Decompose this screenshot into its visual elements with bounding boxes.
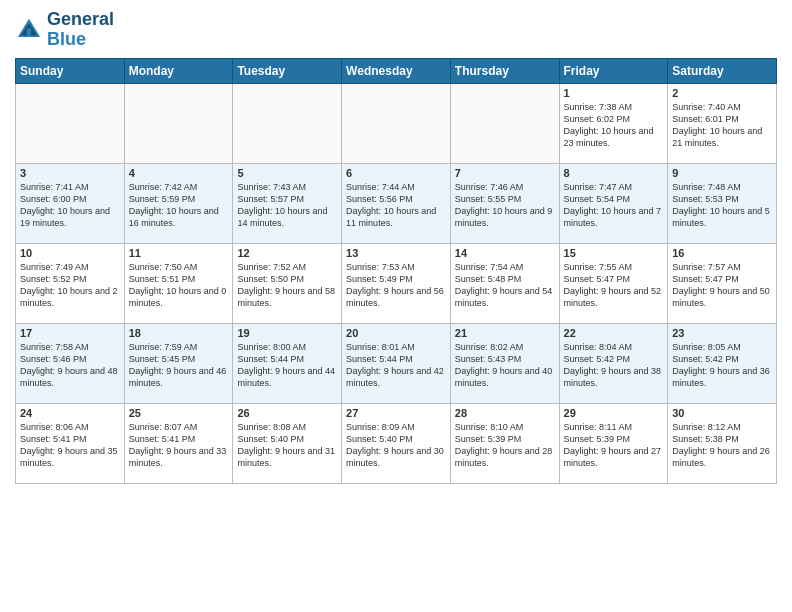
day-number: 26	[237, 407, 337, 419]
day-number: 1	[564, 87, 664, 99]
day-number: 3	[20, 167, 120, 179]
day-number: 6	[346, 167, 446, 179]
header-day-tuesday: Tuesday	[233, 58, 342, 83]
day-number: 24	[20, 407, 120, 419]
day-number: 16	[672, 247, 772, 259]
day-info: Sunrise: 7:40 AM Sunset: 6:01 PM Dayligh…	[672, 101, 772, 150]
logo-text: GeneralBlue	[47, 10, 114, 50]
day-info: Sunrise: 8:09 AM Sunset: 5:40 PM Dayligh…	[346, 421, 446, 470]
day-info: Sunrise: 8:12 AM Sunset: 5:38 PM Dayligh…	[672, 421, 772, 470]
day-number: 2	[672, 87, 772, 99]
header-day-saturday: Saturday	[668, 58, 777, 83]
calendar-cell: 9Sunrise: 7:48 AM Sunset: 5:53 PM Daylig…	[668, 163, 777, 243]
day-info: Sunrise: 7:57 AM Sunset: 5:47 PM Dayligh…	[672, 261, 772, 310]
calendar-week-2: 3Sunrise: 7:41 AM Sunset: 6:00 PM Daylig…	[16, 163, 777, 243]
day-info: Sunrise: 8:05 AM Sunset: 5:42 PM Dayligh…	[672, 341, 772, 390]
day-info: Sunrise: 7:41 AM Sunset: 6:00 PM Dayligh…	[20, 181, 120, 230]
calendar-cell: 3Sunrise: 7:41 AM Sunset: 6:00 PM Daylig…	[16, 163, 125, 243]
header-row: SundayMondayTuesdayWednesdayThursdayFrid…	[16, 58, 777, 83]
day-info: Sunrise: 8:11 AM Sunset: 5:39 PM Dayligh…	[564, 421, 664, 470]
day-number: 15	[564, 247, 664, 259]
calendar-week-3: 10Sunrise: 7:49 AM Sunset: 5:52 PM Dayli…	[16, 243, 777, 323]
page-header: GeneralBlue	[15, 10, 777, 50]
calendar-week-4: 17Sunrise: 7:58 AM Sunset: 5:46 PM Dayli…	[16, 323, 777, 403]
day-number: 14	[455, 247, 555, 259]
day-number: 11	[129, 247, 229, 259]
header-day-thursday: Thursday	[450, 58, 559, 83]
calendar-cell: 27Sunrise: 8:09 AM Sunset: 5:40 PM Dayli…	[342, 403, 451, 483]
calendar-cell: 2Sunrise: 7:40 AM Sunset: 6:01 PM Daylig…	[668, 83, 777, 163]
calendar-cell: 19Sunrise: 8:00 AM Sunset: 5:44 PM Dayli…	[233, 323, 342, 403]
day-number: 7	[455, 167, 555, 179]
day-info: Sunrise: 7:46 AM Sunset: 5:55 PM Dayligh…	[455, 181, 555, 230]
day-info: Sunrise: 7:48 AM Sunset: 5:53 PM Dayligh…	[672, 181, 772, 230]
day-number: 22	[564, 327, 664, 339]
header-day-monday: Monday	[124, 58, 233, 83]
calendar-cell: 17Sunrise: 7:58 AM Sunset: 5:46 PM Dayli…	[16, 323, 125, 403]
logo: GeneralBlue	[15, 10, 114, 50]
day-info: Sunrise: 7:53 AM Sunset: 5:49 PM Dayligh…	[346, 261, 446, 310]
calendar-cell: 11Sunrise: 7:50 AM Sunset: 5:51 PM Dayli…	[124, 243, 233, 323]
calendar-table: SundayMondayTuesdayWednesdayThursdayFrid…	[15, 58, 777, 484]
day-number: 23	[672, 327, 772, 339]
day-info: Sunrise: 8:04 AM Sunset: 5:42 PM Dayligh…	[564, 341, 664, 390]
day-info: Sunrise: 8:06 AM Sunset: 5:41 PM Dayligh…	[20, 421, 120, 470]
calendar-cell: 24Sunrise: 8:06 AM Sunset: 5:41 PM Dayli…	[16, 403, 125, 483]
calendar-cell: 12Sunrise: 7:52 AM Sunset: 5:50 PM Dayli…	[233, 243, 342, 323]
day-number: 17	[20, 327, 120, 339]
calendar-cell: 10Sunrise: 7:49 AM Sunset: 5:52 PM Dayli…	[16, 243, 125, 323]
day-info: Sunrise: 7:38 AM Sunset: 6:02 PM Dayligh…	[564, 101, 664, 150]
day-number: 4	[129, 167, 229, 179]
svg-rect-2	[27, 28, 31, 36]
day-info: Sunrise: 8:10 AM Sunset: 5:39 PM Dayligh…	[455, 421, 555, 470]
calendar-cell: 15Sunrise: 7:55 AM Sunset: 5:47 PM Dayli…	[559, 243, 668, 323]
calendar-cell: 30Sunrise: 8:12 AM Sunset: 5:38 PM Dayli…	[668, 403, 777, 483]
day-info: Sunrise: 7:50 AM Sunset: 5:51 PM Dayligh…	[129, 261, 229, 310]
calendar-cell: 6Sunrise: 7:44 AM Sunset: 5:56 PM Daylig…	[342, 163, 451, 243]
calendar-cell: 26Sunrise: 8:08 AM Sunset: 5:40 PM Dayli…	[233, 403, 342, 483]
day-info: Sunrise: 7:43 AM Sunset: 5:57 PM Dayligh…	[237, 181, 337, 230]
day-number: 27	[346, 407, 446, 419]
day-info: Sunrise: 7:58 AM Sunset: 5:46 PM Dayligh…	[20, 341, 120, 390]
day-number: 8	[564, 167, 664, 179]
day-info: Sunrise: 8:01 AM Sunset: 5:44 PM Dayligh…	[346, 341, 446, 390]
calendar-body: 1Sunrise: 7:38 AM Sunset: 6:02 PM Daylig…	[16, 83, 777, 483]
calendar-cell: 1Sunrise: 7:38 AM Sunset: 6:02 PM Daylig…	[559, 83, 668, 163]
calendar-cell: 25Sunrise: 8:07 AM Sunset: 5:41 PM Dayli…	[124, 403, 233, 483]
day-info: Sunrise: 7:49 AM Sunset: 5:52 PM Dayligh…	[20, 261, 120, 310]
calendar-cell	[233, 83, 342, 163]
page-container: GeneralBlue SundayMondayTuesdayWednesday…	[0, 0, 792, 494]
calendar-cell: 21Sunrise: 8:02 AM Sunset: 5:43 PM Dayli…	[450, 323, 559, 403]
calendar-cell: 18Sunrise: 7:59 AM Sunset: 5:45 PM Dayli…	[124, 323, 233, 403]
day-info: Sunrise: 7:44 AM Sunset: 5:56 PM Dayligh…	[346, 181, 446, 230]
day-info: Sunrise: 7:52 AM Sunset: 5:50 PM Dayligh…	[237, 261, 337, 310]
day-info: Sunrise: 7:47 AM Sunset: 5:54 PM Dayligh…	[564, 181, 664, 230]
day-info: Sunrise: 8:00 AM Sunset: 5:44 PM Dayligh…	[237, 341, 337, 390]
calendar-cell: 28Sunrise: 8:10 AM Sunset: 5:39 PM Dayli…	[450, 403, 559, 483]
day-number: 28	[455, 407, 555, 419]
day-number: 18	[129, 327, 229, 339]
calendar-cell	[342, 83, 451, 163]
day-number: 5	[237, 167, 337, 179]
calendar-week-5: 24Sunrise: 8:06 AM Sunset: 5:41 PM Dayli…	[16, 403, 777, 483]
day-number: 21	[455, 327, 555, 339]
calendar-cell: 8Sunrise: 7:47 AM Sunset: 5:54 PM Daylig…	[559, 163, 668, 243]
calendar-cell	[16, 83, 125, 163]
calendar-cell: 5Sunrise: 7:43 AM Sunset: 5:57 PM Daylig…	[233, 163, 342, 243]
logo-icon	[15, 16, 43, 44]
day-info: Sunrise: 8:02 AM Sunset: 5:43 PM Dayligh…	[455, 341, 555, 390]
day-number: 13	[346, 247, 446, 259]
header-day-friday: Friday	[559, 58, 668, 83]
day-number: 12	[237, 247, 337, 259]
day-info: Sunrise: 8:08 AM Sunset: 5:40 PM Dayligh…	[237, 421, 337, 470]
header-day-wednesday: Wednesday	[342, 58, 451, 83]
day-info: Sunrise: 8:07 AM Sunset: 5:41 PM Dayligh…	[129, 421, 229, 470]
day-number: 30	[672, 407, 772, 419]
calendar-cell: 22Sunrise: 8:04 AM Sunset: 5:42 PM Dayli…	[559, 323, 668, 403]
day-info: Sunrise: 7:55 AM Sunset: 5:47 PM Dayligh…	[564, 261, 664, 310]
calendar-cell: 4Sunrise: 7:42 AM Sunset: 5:59 PM Daylig…	[124, 163, 233, 243]
calendar-cell: 14Sunrise: 7:54 AM Sunset: 5:48 PM Dayli…	[450, 243, 559, 323]
calendar-cell: 16Sunrise: 7:57 AM Sunset: 5:47 PM Dayli…	[668, 243, 777, 323]
calendar-cell: 13Sunrise: 7:53 AM Sunset: 5:49 PM Dayli…	[342, 243, 451, 323]
header-day-sunday: Sunday	[16, 58, 125, 83]
